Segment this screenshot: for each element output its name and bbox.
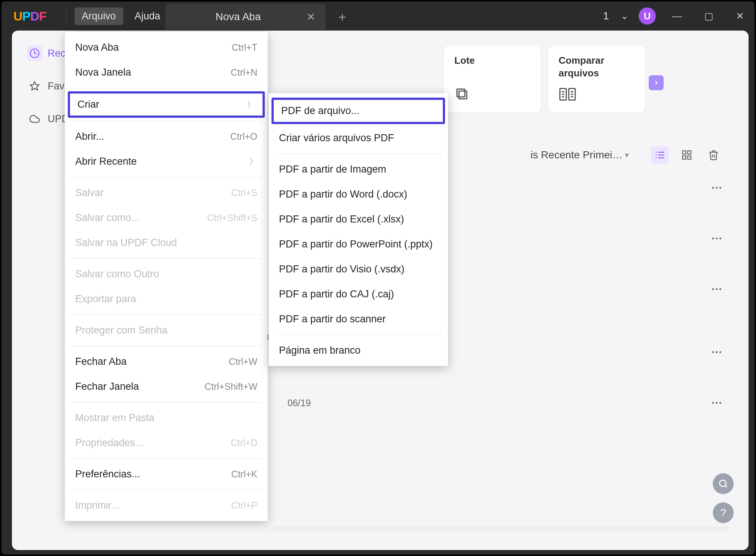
view-controls xyxy=(651,146,722,164)
app-window: UPDF Arquivo Ajuda Nova Aba ✕ ＋ 1 ⌄ U — … xyxy=(1,1,755,555)
card-title-lote: Lote xyxy=(454,54,530,67)
maximize-button[interactable]: ▢ xyxy=(698,10,720,22)
caret-down-icon: ▾ xyxy=(625,151,629,159)
menu-divider xyxy=(71,258,262,259)
menu-item-criar[interactable]: Criar〉 xyxy=(68,91,265,118)
menu-item-salvar: SalvarCtrl+S xyxy=(65,180,268,205)
shortcut: Ctrl+K xyxy=(231,469,257,480)
menu-item-preferencias[interactable]: Preferências...Ctrl+K xyxy=(65,462,268,487)
chevron-down-icon[interactable]: ⌄ xyxy=(621,11,628,21)
menu-item-proteger: Proteger com Senha xyxy=(65,318,268,343)
app-logo: UPDF xyxy=(13,9,47,23)
delete-button[interactable] xyxy=(705,146,722,164)
menu-item-imprimir: Imprimir...Ctrl+P xyxy=(65,493,268,518)
menu-divider xyxy=(71,315,262,315)
menu-divider xyxy=(71,490,262,490)
shortcut: Ctrl+D xyxy=(231,437,257,448)
close-icon[interactable]: ✕ xyxy=(306,11,315,23)
svg-rect-20 xyxy=(683,156,686,159)
submenu-item-pdf-excel[interactable]: PDF a partir do Excel (.xlsx) xyxy=(269,207,448,232)
card-more-button[interactable] xyxy=(649,75,664,90)
card-title-comparar: Comparar arquivos xyxy=(559,54,635,80)
close-window-button[interactable]: ✕ xyxy=(730,10,750,22)
cloud-icon xyxy=(27,111,42,127)
float-search-button[interactable] xyxy=(713,473,734,494)
shortcut: Ctrl+N xyxy=(231,67,257,78)
menu-divider xyxy=(71,121,262,121)
menu-item-exportar: Exportar para xyxy=(65,287,268,312)
menu-item-nova-aba[interactable]: Nova AbaCtrl+T xyxy=(65,35,268,60)
criar-submenu: PDF de arquivo... Criar vários arquivos … xyxy=(269,93,448,366)
menubar: Arquivo Ajuda xyxy=(61,7,168,25)
list-view-button[interactable] xyxy=(651,146,669,164)
shortcut: Ctrl+T xyxy=(232,42,257,53)
menu-item-fechar-aba[interactable]: Fechar AbaCtrl+W xyxy=(65,349,268,374)
titlebar: UPDF Arquivo Ajuda Nova Aba ✕ ＋ 1 ⌄ U — … xyxy=(1,1,755,31)
file-more-button[interactable]: ··· xyxy=(712,182,722,194)
new-tab-button[interactable]: ＋ xyxy=(336,8,349,25)
shortcut: Ctrl+S xyxy=(231,187,257,198)
svg-rect-2 xyxy=(459,91,467,99)
svg-rect-18 xyxy=(683,151,686,154)
sort-label: is Recente Primei… xyxy=(531,149,623,161)
submenu-item-pdf-visio[interactable]: PDF a partir do Visio (.vsdx) xyxy=(269,257,448,282)
menu-item-nova-janela[interactable]: Nova JanelaCtrl+N xyxy=(65,60,268,85)
file-more-button[interactable]: ··· xyxy=(712,283,722,295)
compare-icon xyxy=(559,86,576,104)
sort-dropdown[interactable]: is Recente Primei… ▾ xyxy=(531,149,629,161)
menu-help[interactable]: Ajuda xyxy=(127,7,168,25)
menu-divider xyxy=(71,346,262,346)
user-avatar[interactable]: U xyxy=(639,7,656,25)
tab-count[interactable]: 1 xyxy=(603,10,609,22)
svg-marker-1 xyxy=(30,82,39,90)
star-icon xyxy=(27,78,42,94)
svg-line-23 xyxy=(725,486,727,487)
grid-view-button[interactable] xyxy=(678,146,696,164)
submenu-item-pagina-branco[interactable]: Página em branco xyxy=(269,338,448,363)
file-more-button[interactable]: ··· xyxy=(712,397,722,409)
batch-icon xyxy=(454,86,470,104)
shortcut: Ctrl+O xyxy=(230,131,257,142)
titlebar-controls: 1 ⌄ U — ▢ ✕ xyxy=(603,1,750,31)
menu-item-abrir-recente[interactable]: Abrir Recente〉 xyxy=(65,149,268,174)
card-lote[interactable]: Lote xyxy=(444,45,541,113)
shortcut: Ctrl+Shift+S xyxy=(207,212,257,223)
menu-file[interactable]: Arquivo xyxy=(74,7,124,25)
menu-divider xyxy=(276,335,441,335)
menu-item-salvar-como: Salvar como...Ctrl+Shift+S xyxy=(65,205,268,230)
svg-rect-19 xyxy=(688,151,691,154)
submenu-item-criar-varios[interactable]: Criar vários arquivos PDF xyxy=(269,126,448,151)
tab-title: Nova Aba xyxy=(176,11,301,23)
menu-item-salvar-outro: Salvar como Outro xyxy=(65,262,268,287)
submenu-item-pdf-powerpoint[interactable]: PDF a partir do PowerPoint (.pptx) xyxy=(269,232,448,257)
submenu-item-pdf-imagem[interactable]: PDF a partir de Imagem xyxy=(269,157,448,182)
horizontal-scrollbar[interactable] xyxy=(273,526,730,531)
tab-current[interactable]: Nova Aba ✕ xyxy=(165,4,325,30)
file-more-button[interactable]: ··· xyxy=(712,346,722,358)
svg-rect-3 xyxy=(457,89,465,97)
menu-item-propriedades: Propriedades...Ctrl+D xyxy=(65,430,268,455)
file-more-button[interactable]: ··· xyxy=(712,233,722,244)
menu-separator xyxy=(66,10,66,22)
float-help-button[interactable]: ? xyxy=(713,502,734,523)
card-comparar[interactable]: Comparar arquivos xyxy=(548,45,645,113)
file-dropdown-menu: Nova AbaCtrl+T Nova JanelaCtrl+N Criar〉 … xyxy=(65,32,268,521)
menu-divider xyxy=(71,458,262,459)
shortcut: Ctrl+P xyxy=(231,500,257,511)
svg-point-22 xyxy=(720,480,726,486)
menu-item-abrir[interactable]: Abrir...Ctrl+O xyxy=(65,124,268,149)
minimize-button[interactable]: — xyxy=(666,10,688,22)
submenu-item-pdf-word[interactable]: PDF a partir do Word (.docx) xyxy=(269,182,448,207)
submenu-item-pdf-arquivo[interactable]: PDF de arquivo... xyxy=(271,98,445,124)
submenu-item-pdf-caj[interactable]: PDF a partir do CAJ (.caj) xyxy=(269,282,448,307)
shortcut: Ctrl+Shift+W xyxy=(204,381,257,392)
menu-item-mostrar-pasta: Mostrar em Pasta xyxy=(65,405,268,430)
svg-rect-21 xyxy=(688,156,691,159)
menu-item-fechar-janela[interactable]: Fechar JanelaCtrl+Shift+W xyxy=(65,374,268,399)
menu-divider xyxy=(71,88,262,88)
submenu-item-pdf-scanner[interactable]: PDF a partir do scanner xyxy=(269,307,448,332)
chevron-right-icon: 〉 xyxy=(247,99,255,110)
chevron-right-icon: 〉 xyxy=(249,156,257,167)
file-date: 06/19 xyxy=(288,398,362,408)
tab-area: Nova Aba ✕ ＋ xyxy=(165,4,349,30)
